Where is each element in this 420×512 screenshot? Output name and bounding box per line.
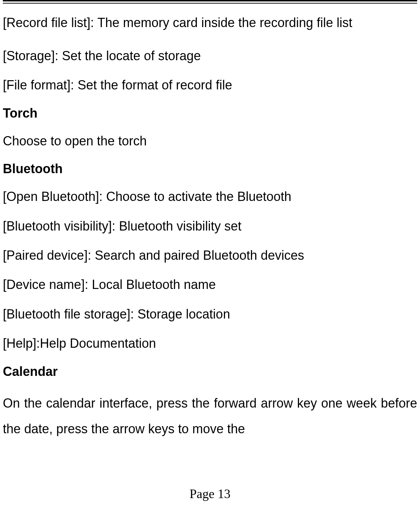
heading-calendar: Calendar <box>3 364 417 379</box>
paragraph-help: [Help]:Help Documentation <box>3 335 417 352</box>
heading-bluetooth: Bluetooth <box>3 161 417 176</box>
paragraph-bluetooth-file-storage: [Bluetooth file storage]: Storage locati… <box>3 305 417 323</box>
paragraph-paired-device: [Paired device]: Search and paired Bluet… <box>3 247 417 264</box>
heading-torch: Torch <box>3 106 417 121</box>
paragraph-storage: [Storage]: Set the locate of storage <box>3 47 417 65</box>
paragraph-record-file-list: [Record file list]: The memory card insi… <box>3 10 417 36</box>
paragraph-calendar-desc: On the calendar interface, press the for… <box>3 391 417 442</box>
content-area: [Record file list]: The memory card insi… <box>3 10 417 442</box>
paragraph-device-name: [Device name]: Local Bluetooth name <box>3 276 417 294</box>
page-number: Page 13 <box>0 486 420 501</box>
page-container: [Record file list]: The memory card insi… <box>0 0 420 442</box>
horizontal-rule <box>3 0 417 4</box>
paragraph-torch-desc: Choose to open the torch <box>3 132 417 150</box>
paragraph-bluetooth-visibility: [Bluetooth visibility]: Bluetooth visibi… <box>3 217 417 235</box>
paragraph-file-format: [File format]: Set the format of record … <box>3 76 417 94</box>
paragraph-open-bluetooth: [Open Bluetooth]: Choose to activate the… <box>3 188 417 206</box>
